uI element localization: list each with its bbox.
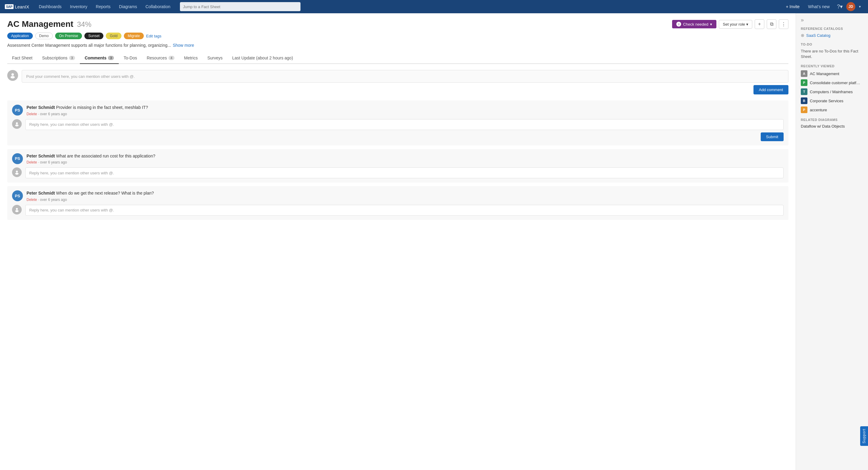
comment-card-2: PS Peter Schmidt When do we get the next… xyxy=(7,186,788,220)
add-comment-button[interactable]: Add comment xyxy=(753,85,788,94)
tags-row: Application Demo On Premise Sunset Gold … xyxy=(7,33,788,39)
tab-metrics[interactable]: Metrics xyxy=(179,53,203,64)
subscriptions-badge: 3 xyxy=(69,56,75,60)
add-comment-row: Add comment xyxy=(7,85,788,94)
help-icon[interactable]: ?▾ xyxy=(835,0,845,13)
sidebar-toggle[interactable]: » xyxy=(801,17,804,23)
nav-collaboration[interactable]: Collaboration xyxy=(142,0,174,13)
edit-tags-link[interactable]: Edit tags xyxy=(146,34,161,38)
show-more-link[interactable]: Show more xyxy=(173,43,194,48)
user-avatar[interactable]: JD xyxy=(846,2,855,11)
tab-resources[interactable]: Resources 4 xyxy=(142,53,179,64)
delete-comment-1[interactable]: Delete xyxy=(27,160,37,165)
check-needed-button[interactable]: i Check needed ▾ xyxy=(672,20,716,28)
svg-point-5 xyxy=(15,173,19,175)
recent-item-3[interactable]: B Corporate Services xyxy=(801,97,863,104)
support-tab[interactable]: Support xyxy=(860,426,868,446)
saas-catalog-link[interactable]: ⊗ SaaS Catalog xyxy=(801,33,863,38)
set-role-label: Set your role xyxy=(723,22,745,27)
recent-label-4: accenture xyxy=(810,108,827,112)
comment-content-2: When do we get the next release? What is… xyxy=(56,190,154,196)
more-button[interactable]: ⋮ xyxy=(779,19,788,29)
recent-label-0: AC Management xyxy=(810,71,839,76)
reply-area-0: Reply here, you can mention other users … xyxy=(12,119,784,130)
comment-text-2: Peter Schmidt When do we get the next re… xyxy=(27,190,154,196)
comment-avatar-0: PS xyxy=(12,105,23,116)
tab-surveys[interactable]: Surveys xyxy=(203,53,227,64)
invite-button[interactable]: + Invite xyxy=(782,4,804,9)
comment-avatar-1: PS xyxy=(12,153,23,164)
recent-badge-3: B xyxy=(801,97,807,104)
tag-demo[interactable]: Demo xyxy=(35,33,53,39)
navbar: SAP LeanIX Dashboards Inventory Reports … xyxy=(0,0,868,13)
delete-comment-0[interactable]: Delete xyxy=(27,112,37,116)
reply-input-0[interactable]: Reply here, you can mention other users … xyxy=(25,119,784,130)
nav-diagrams[interactable]: Diagrams xyxy=(116,0,141,13)
reply-area-1: Reply here, you can mention other users … xyxy=(12,168,784,178)
reference-catalogs-title: REFERENCE CATALOGS xyxy=(801,27,863,30)
tabs-bar: Fact Sheet Subscriptions 3 Comments 3 To… xyxy=(7,53,788,64)
nav-dashboards[interactable]: Dashboards xyxy=(35,0,65,13)
comment-header-0: PS Peter Schmidt Provider is missing in … xyxy=(12,105,784,116)
tab-fact-sheet[interactable]: Fact Sheet xyxy=(7,53,37,64)
comment-time-1: · over 6 years ago xyxy=(38,160,67,165)
recent-badge-4: P xyxy=(801,107,807,113)
saas-catalog-icon: ⊗ xyxy=(801,33,804,38)
recent-label-2: Computers / Mainframes xyxy=(810,90,852,94)
check-needed-icon: i xyxy=(676,22,681,27)
new-comment-input[interactable]: Post your comment here, you can mention … xyxy=(22,70,788,83)
tag-migrate[interactable]: Migrate xyxy=(124,33,144,39)
comment-meta-0: Delete · over 6 years ago xyxy=(27,112,148,116)
logo[interactable]: SAP LeanIX xyxy=(5,4,29,9)
tab-todos[interactable]: To-Dos xyxy=(119,53,142,64)
recent-item-0[interactable]: A AC Management xyxy=(801,70,863,77)
user-dropdown-icon[interactable]: ▾ xyxy=(857,0,863,13)
svg-point-3 xyxy=(15,124,19,126)
reply-input-2[interactable]: Reply here, you can mention other users … xyxy=(25,205,784,216)
saas-catalog-label: SaaS Catalog xyxy=(806,33,830,38)
recent-item-4[interactable]: P accenture xyxy=(801,107,863,113)
new-comment-placeholder: Post your comment here, you can mention … xyxy=(26,74,135,79)
recent-label-1: Consolidate customer platfo... xyxy=(810,81,861,85)
recent-badge-1: P xyxy=(801,79,807,86)
whats-new-button[interactable]: What's new xyxy=(804,0,833,13)
search-input[interactable] xyxy=(180,2,301,11)
diagram-link[interactable]: Dataflow w/ Data Objects xyxy=(801,124,863,128)
svg-point-4 xyxy=(16,171,18,173)
submit-reply-0[interactable]: Submit xyxy=(761,133,784,141)
recent-item-1[interactable]: P Consolidate customer platfo... xyxy=(801,79,863,86)
tag-on-premise[interactable]: On Premise xyxy=(55,33,82,39)
comment-header-2: PS Peter Schmidt When do we get the next… xyxy=(12,190,784,202)
leanix-logo-text: LeanIX xyxy=(15,4,29,9)
tab-subscriptions[interactable]: Subscriptions 3 xyxy=(37,53,80,64)
comment-content-0: Provider is missing in the fact sheet, m… xyxy=(56,105,148,110)
description-text: Assessment Center Management supports al… xyxy=(7,43,171,48)
new-comment-area: Post your comment here, you can mention … xyxy=(7,70,788,83)
comment-body-1: Peter Schmidt What are the associated ru… xyxy=(27,153,155,165)
delete-comment-2[interactable]: Delete xyxy=(27,198,37,202)
comment-content-1: What are the associated run cost for thi… xyxy=(56,153,155,158)
copy-button[interactable]: ⧉ xyxy=(767,19,776,29)
recent-item-2[interactable]: T Computers / Mainframes xyxy=(801,88,863,95)
reply-avatar-1 xyxy=(12,168,22,177)
reply-input-1[interactable]: Reply here, you can mention other users … xyxy=(25,168,784,178)
svg-point-0 xyxy=(11,73,14,76)
nav-reports[interactable]: Reports xyxy=(92,0,114,13)
recent-label-3: Corporate Services xyxy=(810,99,843,103)
check-needed-dropdown-icon: ▾ xyxy=(710,22,712,27)
comment-text-1: Peter Schmidt What are the associated ru… xyxy=(27,153,155,159)
tab-last-update[interactable]: Last Update (about 2 hours ago) xyxy=(227,53,298,64)
reply-placeholder-1: Reply here, you can mention other users … xyxy=(29,171,114,175)
comment-avatar-2: PS xyxy=(12,190,23,201)
tag-application[interactable]: Application xyxy=(7,33,33,39)
tag-sunset[interactable]: Sunset xyxy=(84,33,103,39)
add-button[interactable]: + xyxy=(755,19,764,29)
svg-point-6 xyxy=(16,208,18,210)
nav-inventory[interactable]: Inventory xyxy=(66,0,91,13)
comment-text-0: Peter Schmidt Provider is missing in the… xyxy=(27,105,148,111)
tab-comments[interactable]: Comments 3 xyxy=(80,53,119,64)
tag-gold[interactable]: Gold xyxy=(106,33,121,39)
set-role-button[interactable]: Set your role ▾ xyxy=(719,20,752,29)
sidebar: » REFERENCE CATALOGS ⊗ SaaS Catalog TO-D… xyxy=(796,13,868,470)
comment-card-1: PS Peter Schmidt What are the associated… xyxy=(7,149,788,183)
